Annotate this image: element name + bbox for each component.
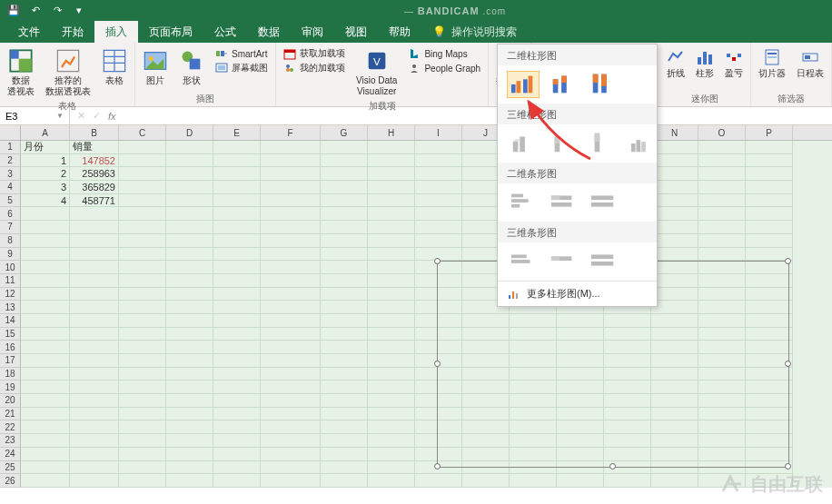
cell-A3[interactable]: 2 [21,167,70,181]
cell-F5[interactable] [261,194,321,208]
cell-A19[interactable] [21,380,70,394]
cell-I6[interactable] [415,207,462,221]
cell-B1[interactable]: 销量 [70,141,119,154]
cell-D11[interactable] [166,274,213,288]
cell-G13[interactable] [321,301,368,314]
cell-O7[interactable] [698,221,746,234]
cell-D22[interactable] [166,420,213,434]
cell-H17[interactable] [368,354,415,368]
cell-D5[interactable] [166,194,213,208]
cell-P8[interactable] [746,234,793,248]
cell-B2[interactable]: 147852 [70,154,119,168]
cell-F25[interactable] [261,461,321,475]
cell-D25[interactable] [166,461,213,475]
cell-A7[interactable] [21,221,70,234]
cell-D23[interactable] [166,434,213,448]
cell-E3[interactable] [213,167,261,181]
cell-A5[interactable]: 4 [21,194,70,208]
cell-A18[interactable] [21,368,70,381]
cell-P7[interactable] [746,221,793,234]
cell-N7[interactable] [651,221,698,234]
cell-E8[interactable] [213,234,261,248]
cell-G14[interactable] [321,314,368,328]
row-header-11[interactable]: 11 [0,274,21,288]
cell-G23[interactable] [321,434,368,448]
cell-G22[interactable] [321,420,368,434]
cell-G10[interactable] [321,261,368,274]
cell-B10[interactable] [70,261,119,274]
cell-G18[interactable] [321,368,368,381]
cell-G3[interactable] [321,167,368,181]
col-header-H[interactable]: H [368,125,415,140]
cell-E21[interactable] [213,408,261,421]
sparkline-winloss-button[interactable]: 盈亏 [721,46,747,81]
cell-B26[interactable] [70,474,119,488]
cell-H13[interactable] [368,301,415,314]
cell-C22[interactable] [119,420,166,434]
cell-H20[interactable] [368,394,415,408]
cell-E16[interactable] [213,341,261,354]
cell-F17[interactable] [261,354,321,368]
cell-E18[interactable] [213,368,261,381]
col-header-B[interactable]: B [70,125,119,140]
cell-N3[interactable] [651,167,698,181]
cell-M26[interactable] [604,474,651,488]
cell-B11[interactable] [70,274,119,288]
cell-F23[interactable] [261,434,321,448]
cell-H4[interactable] [368,181,415,194]
cell-D24[interactable] [166,448,213,461]
cell-E20[interactable] [213,394,261,408]
cell-I8[interactable] [415,234,462,248]
cell-H18[interactable] [368,368,415,381]
cell-B13[interactable] [70,301,119,314]
cell-A14[interactable] [21,314,70,328]
cell-G1[interactable] [321,141,368,154]
row-header-3[interactable]: 3 [0,167,21,181]
cell-C2[interactable] [119,154,166,168]
cell-C26[interactable] [119,474,166,488]
cell-O8[interactable] [698,234,746,248]
visio-button[interactable]: V Visio Data Visualizer [352,46,401,99]
cell-C6[interactable] [119,207,166,221]
cell-C17[interactable] [119,354,166,368]
cell-P2[interactable] [746,154,793,168]
cell-D20[interactable] [166,394,213,408]
cell-H19[interactable] [368,380,415,394]
cell-E7[interactable] [213,221,261,234]
cell-G4[interactable] [321,181,368,194]
cell-D8[interactable] [166,234,213,248]
cell-G26[interactable] [321,474,368,488]
sparkline-column-button[interactable]: 柱形 [692,46,718,81]
cell-L26[interactable] [557,474,604,488]
row-header-18[interactable]: 18 [0,368,21,381]
cell-E5[interactable] [213,194,261,208]
cell-D15[interactable] [166,328,213,341]
cell-C3[interactable] [119,167,166,181]
col-header-I[interactable]: I [415,125,462,140]
cell-K26[interactable] [510,474,557,488]
cell-D13[interactable] [166,301,213,314]
pivot-table-button[interactable]: 数据 透视表 [4,46,38,99]
cell-J26[interactable] [462,474,510,488]
cell-E24[interactable] [213,448,261,461]
cell-A20[interactable] [21,394,70,408]
cell-E10[interactable] [213,261,261,274]
cell-A22[interactable] [21,420,70,434]
save-icon[interactable]: 💾 [7,5,20,17]
cell-A10[interactable] [21,261,70,274]
cell-F26[interactable] [261,474,321,488]
cell-D1[interactable] [166,141,213,154]
cell-H10[interactable] [368,261,415,274]
percent-stacked-column-option[interactable] [587,71,619,98]
col-header-D[interactable]: D [166,125,213,140]
people-graph-button[interactable]: People Graph [404,61,484,75]
cell-B24[interactable] [70,448,119,461]
cell-H15[interactable] [368,328,415,341]
cell-H23[interactable] [368,434,415,448]
cell-D19[interactable] [166,380,213,394]
cell-A2[interactable]: 1 [21,154,70,168]
cell-D18[interactable] [166,368,213,381]
row-header-19[interactable]: 19 [0,380,21,394]
cell-C24[interactable] [119,448,166,461]
row-header-23[interactable]: 23 [0,434,21,448]
